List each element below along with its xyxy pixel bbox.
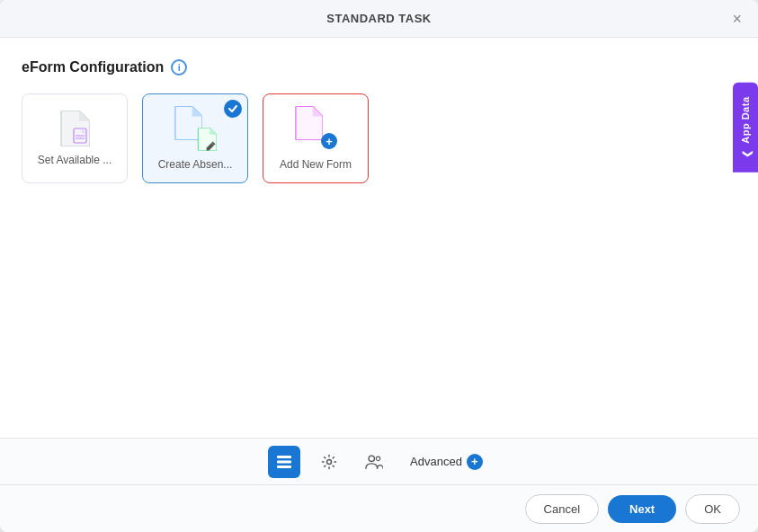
toolbar-row: Advanced + <box>0 439 758 485</box>
card-label-create-absen: Create Absen... <box>158 158 233 171</box>
app-data-label: App Data <box>740 97 751 144</box>
modal-titlebar: STANDARD TASK × <box>0 0 758 38</box>
modal-body: eForm Configuration i Set Available ... <box>0 38 758 438</box>
card-label-add-new-form: Add New Form <box>280 158 352 171</box>
card-create-absen[interactable]: Create Absen... <box>142 93 248 183</box>
card-set-available[interactable]: Set Available ... <box>22 93 128 183</box>
svg-rect-6 <box>277 466 291 468</box>
toolbar-list-button[interactable] <box>268 446 300 478</box>
file-icon-create-absen <box>174 106 217 151</box>
modal-title: STANDARD TASK <box>326 12 432 25</box>
svg-point-8 <box>369 456 374 461</box>
close-button[interactable]: × <box>728 9 745 29</box>
actions-row: Cancel Next OK <box>0 485 758 532</box>
next-button[interactable]: Next <box>608 495 676 523</box>
modal-footer: Advanced + Cancel Next OK <box>0 438 758 532</box>
app-data-tab[interactable]: ❮ App Data <box>733 83 758 173</box>
advanced-plus-icon: + <box>467 454 483 470</box>
check-badge <box>224 100 242 118</box>
section-header: eForm Configuration i <box>22 59 736 75</box>
gear-icon <box>321 454 337 470</box>
toolbar-users-button[interactable] <box>358 446 390 478</box>
card-label-set-available: Set Available ... <box>38 154 112 166</box>
advanced-label: Advanced <box>410 455 462 468</box>
svg-rect-4 <box>277 456 291 458</box>
svg-point-7 <box>327 459 332 464</box>
toolbar-settings-button[interactable] <box>313 446 345 478</box>
users-icon <box>365 454 383 470</box>
info-icon[interactable]: i <box>171 59 187 75</box>
cancel-button[interactable]: Cancel <box>525 494 599 524</box>
svg-point-9 <box>376 457 380 461</box>
file-icon-set-available <box>59 111 90 146</box>
svg-rect-5 <box>277 460 291 463</box>
list-icon <box>276 454 292 470</box>
file-icon-add-new-form: + <box>294 106 337 151</box>
modal-container: STANDARD TASK × eForm Configuration i <box>0 0 758 532</box>
app-data-chevron: ❮ <box>740 149 752 158</box>
section-title: eForm Configuration <box>22 59 164 75</box>
advanced-button[interactable]: Advanced + <box>403 450 490 474</box>
ok-button[interactable]: OK <box>685 494 740 524</box>
cards-row: Set Available ... <box>22 93 736 183</box>
card-add-new-form[interactable]: + Add New Form <box>263 93 369 183</box>
